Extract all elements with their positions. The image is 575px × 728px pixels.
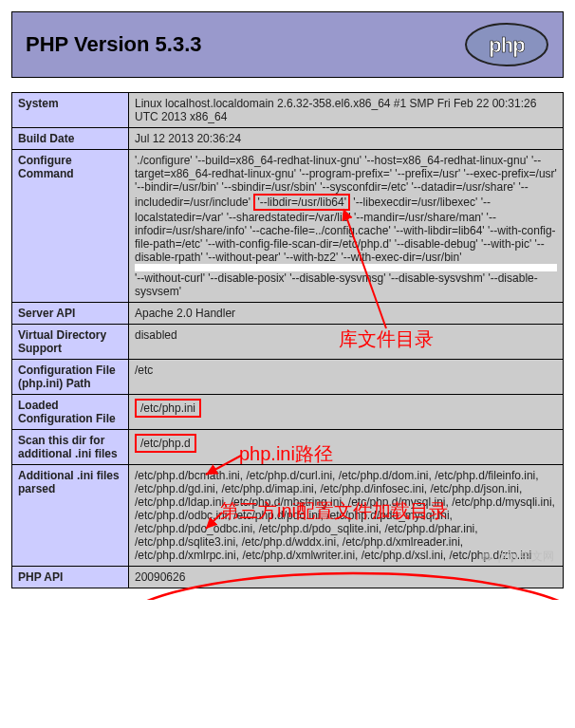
label-php-api: PHP API — [12, 567, 129, 588]
watermark-text: php 中文网 — [498, 549, 554, 565]
value-config-file-path: /etc — [129, 360, 564, 395]
table-row: PHP API 20090626 — [12, 567, 564, 588]
value-configure: './configure' '--build=x86_64-redhat-lin… — [129, 150, 564, 303]
label-build-date: Build Date — [12, 128, 129, 150]
php-small-icon: php — [479, 552, 494, 562]
label-configure: Configure Command — [12, 150, 129, 303]
label-server-api: Server API — [12, 303, 129, 325]
label-additional-ini: Additional .ini files parsed — [12, 465, 129, 567]
table-row: Configure Command './configure' '--build… — [12, 150, 564, 303]
value-system: Linux localhost.localdomain 2.6.32-358.e… — [129, 93, 564, 128]
page-title: PHP Version 5.3.3 — [26, 32, 201, 57]
value-server-api: Apache 2.0 Handler — [129, 303, 564, 325]
annotation-libdir: 库文件目录 — [339, 327, 434, 352]
label-config-file-path: Configuration File (php.ini) Path — [12, 360, 129, 395]
annotation-php-ini: php.ini路径 — [239, 441, 333, 467]
configure-post2: '--without-curl' '--disable-posix' '--di… — [135, 271, 538, 298]
php-ini-highlight-box: /etc/php.ini — [135, 399, 201, 418]
svg-text:php: php — [482, 554, 491, 560]
value-build-date: Jul 12 2013 20:36:24 — [129, 128, 564, 150]
table-row: Build Date Jul 12 2013 20:36:24 — [12, 128, 564, 150]
value-loaded-config: /etc/php.ini — [129, 395, 564, 430]
libdir-highlight-box: '--libdir=/usr/lib64' — [253, 194, 350, 211]
svg-text:php: php — [489, 33, 525, 57]
gap — [135, 264, 557, 271]
value-scan-dir: /etc/php.d — [129, 430, 564, 465]
watermark: php php 中文网 — [479, 549, 554, 565]
label-loaded-config: Loaded Configuration File — [12, 395, 129, 430]
table-row: Loaded Configuration File /etc/php.ini — [12, 395, 564, 430]
table-row: Server API Apache 2.0 Handler — [12, 303, 564, 325]
label-scan-dir: Scan this dir for additional .ini files — [12, 430, 129, 465]
table-row: System Linux localhost.localdomain 2.6.3… — [12, 93, 564, 128]
label-vds: Virtual Directory Support — [12, 325, 129, 360]
label-system: System — [12, 93, 129, 128]
annotation-third-party: 第三方ini配置文件加载目录 — [220, 498, 448, 524]
table-row: Virtual Directory Support disabled — [12, 325, 564, 360]
scan-dir-highlight-box: /etc/php.d — [135, 434, 196, 453]
php-logo-icon: php php — [464, 22, 549, 67]
page-header: PHP Version 5.3.3 php php — [11, 11, 564, 78]
value-php-api: 20090626 — [129, 567, 564, 588]
table-row: Configuration File (php.ini) Path /etc — [12, 360, 564, 395]
